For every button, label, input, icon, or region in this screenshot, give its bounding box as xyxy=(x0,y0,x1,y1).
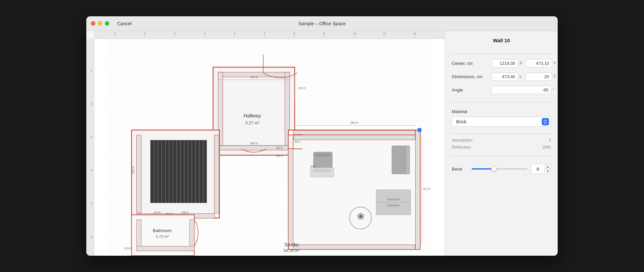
svg-text:Bathroom: Bathroom xyxy=(153,228,172,233)
bend-decrement-button[interactable]: ▼ xyxy=(545,169,551,174)
svg-rect-60 xyxy=(406,146,410,174)
svg-text:229.5: 229.5 xyxy=(124,247,131,250)
svg-text:5.27 m²: 5.27 m² xyxy=(245,121,259,125)
dimensions-l-unit: L xyxy=(520,74,523,79)
cancel-button[interactable]: Cancel xyxy=(115,20,134,28)
traffic-lights xyxy=(91,21,109,26)
dimensions-inputs: L T xyxy=(492,72,557,81)
angle-row: Angle ° xyxy=(452,85,551,95)
minimize-button[interactable] xyxy=(98,21,102,26)
svg-text:Studio: Studio xyxy=(284,242,299,247)
svg-rect-47 xyxy=(293,135,415,140)
svg-text:384.8: 384.8 xyxy=(350,121,358,124)
divider-1 xyxy=(452,54,551,54)
reflection-row: Reflection 20% xyxy=(452,145,551,150)
floor-plan[interactable]: Hallway 5.27 m² 285.0 125.0 285.0 xyxy=(94,39,445,256)
center-x-input[interactable] xyxy=(492,59,518,68)
svg-point-52 xyxy=(417,128,422,132)
svg-text:5.73 m²: 5.73 m² xyxy=(156,234,169,238)
svg-rect-66 xyxy=(313,169,331,172)
right-panel: Wall 10 Center, cm X Y Dime xyxy=(445,31,558,256)
angle-label: Angle xyxy=(452,87,492,92)
dimensions-row: Dimensions, cm L T xyxy=(452,71,551,81)
bend-label: Bend xyxy=(452,167,468,172)
svg-text:Hallway: Hallway xyxy=(244,113,261,118)
center-row: Center, cm X Y xyxy=(452,58,551,68)
center-y-unit: Y xyxy=(553,61,557,66)
angle-input-group: ° xyxy=(492,86,554,94)
svg-text:292.6: 292.6 xyxy=(276,154,283,157)
title-bar: Cancel Sample – Office Space xyxy=(86,16,558,31)
svg-rect-58 xyxy=(315,154,331,157)
bend-slider-thumb[interactable] xyxy=(491,166,497,172)
svg-text:285.0: 285.0 xyxy=(276,146,283,150)
svg-text:35.0: 35.0 xyxy=(310,165,316,168)
center-y-group: Y xyxy=(525,59,557,68)
center-x-group: X xyxy=(492,59,523,68)
angle-input[interactable] xyxy=(492,86,551,94)
center-y-input[interactable] xyxy=(525,59,552,68)
svg-text:285.0: 285.0 xyxy=(250,75,258,79)
svg-rect-18 xyxy=(214,135,219,213)
svg-text:229.5: 229.5 xyxy=(153,211,161,214)
window-title: Sample – Office Space xyxy=(298,21,346,26)
svg-rect-64 xyxy=(387,204,400,206)
main-content: 2 3 4 5 6 7 8 9 10 11 12 1 2 3 4 5 6 xyxy=(86,31,558,256)
bend-value-input[interactable] xyxy=(531,165,544,173)
divider-4 xyxy=(452,156,551,156)
panel-title: Wall 10 xyxy=(452,38,551,43)
maximize-button[interactable] xyxy=(105,21,109,26)
svg-rect-51 xyxy=(293,245,415,249)
material-section: Material Brick Concrete Wood Glass Drywa… xyxy=(452,109,551,127)
divider-3 xyxy=(452,133,551,134)
app-window: Cancel Sample – Office Space 2 3 4 5 6 7… xyxy=(86,16,558,256)
absorption-label: Absorption xyxy=(452,138,472,143)
svg-rect-63 xyxy=(387,199,400,201)
ruler-left: 1 2 3 4 5 6 xyxy=(86,39,94,256)
svg-text:❀: ❀ xyxy=(357,211,364,221)
absorption-value: 2 xyxy=(549,138,551,143)
degree-symbol: ° xyxy=(553,87,554,92)
center-label: Center, cm xyxy=(452,61,492,66)
center-x-unit: X xyxy=(520,61,523,66)
svg-text:56.29 m²: 56.29 m² xyxy=(283,248,299,253)
bend-input-wrapper: ▲ ▼ xyxy=(531,164,551,174)
svg-text:285.0: 285.0 xyxy=(250,141,258,145)
reflection-value: 20% xyxy=(542,145,551,150)
svg-rect-49 xyxy=(288,135,293,244)
bend-slider-fill xyxy=(472,168,494,170)
svg-text:325.0: 325.0 xyxy=(131,166,135,174)
dimensions-label: Dimensions, cm xyxy=(452,74,492,79)
dimensions-t-group: T xyxy=(525,72,557,81)
bend-steppers: ▲ ▼ xyxy=(544,164,551,174)
dimensions-l-group: L xyxy=(492,72,523,81)
ruler-top: 2 3 4 5 6 7 8 9 10 11 12 xyxy=(94,31,445,39)
divider-2 xyxy=(452,102,551,102)
bend-increment-button[interactable]: ▲ xyxy=(545,164,551,169)
bend-row: Bend ▲ ▼ xyxy=(452,164,551,174)
svg-rect-20 xyxy=(150,140,207,203)
bend-slider-track[interactable] xyxy=(472,168,527,170)
dimensions-t-input[interactable] xyxy=(525,72,552,81)
svg-rect-50 xyxy=(415,130,420,249)
svg-rect-17 xyxy=(136,135,141,213)
svg-text:617.0: 617.0 xyxy=(423,187,431,191)
absorption-row: Absorption 2 xyxy=(452,138,551,143)
material-label: Material xyxy=(452,109,551,114)
canvas-area[interactable]: 2 3 4 5 6 7 8 9 10 11 12 1 2 3 4 5 6 xyxy=(86,31,445,256)
material-select-wrapper: Brick Concrete Wood Glass Drywall xyxy=(452,117,551,127)
dimensions-l-input[interactable] xyxy=(492,72,518,81)
reflection-label: Reflection xyxy=(452,145,471,150)
svg-text:60.0: 60.0 xyxy=(295,140,300,143)
svg-rect-71 xyxy=(288,135,293,149)
close-button[interactable] xyxy=(91,21,95,26)
svg-rect-40 xyxy=(136,246,194,251)
svg-text:260.0: 260.0 xyxy=(182,211,189,214)
svg-rect-48 xyxy=(293,130,415,135)
svg-text:125.0: 125.0 xyxy=(298,86,306,90)
material-select[interactable]: Brick Concrete Wood Glass Drywall xyxy=(452,117,551,127)
dimensions-t-unit: T xyxy=(553,74,557,79)
center-inputs: X Y xyxy=(492,59,557,68)
